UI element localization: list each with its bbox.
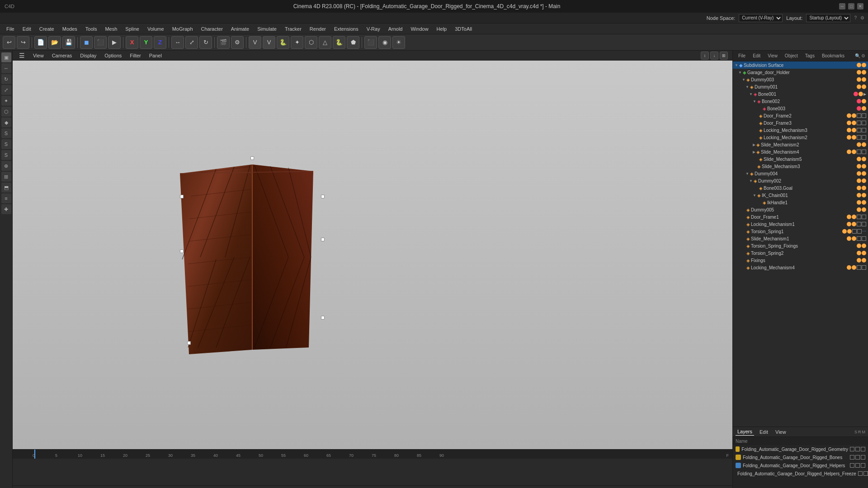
menu-file[interactable]: File	[3, 25, 18, 33]
obj-torsion-fixings[interactable]: ◈ Torsion_Spring_Fixings	[733, 242, 868, 249]
rotate-tool-btn[interactable]: ↻	[199, 36, 212, 49]
obj-slide-mech4[interactable]: ▶ ◈ Slide_Mechanism4	[733, 148, 868, 155]
menu-help[interactable]: Help	[433, 25, 451, 33]
left-tool-5[interactable]: S	[1, 139, 11, 149]
plugin-icon-6[interactable]: ⬟	[347, 36, 359, 49]
close-btn[interactable]: ✕	[857, 3, 863, 9]
z-axis-btn[interactable]: Z	[154, 36, 166, 49]
right-tags-menu[interactable]: Tags	[802, 52, 817, 59]
left-tool-6[interactable]: S	[1, 150, 11, 160]
window-controls[interactable]: ─ □ ✕	[839, 3, 863, 9]
obj-fixings[interactable]: ◈ Fixings	[733, 257, 868, 264]
obj-locking-mech3[interactable]: ◈ Locking_Mechanism3	[733, 127, 868, 134]
model-mode-btn[interactable]: ◼	[80, 36, 93, 49]
save-btn[interactable]: 💾	[62, 36, 75, 49]
left-scale-btn[interactable]: ⤢	[1, 85, 11, 95]
obj-ik-handle1[interactable]: ◈ IkHandle1	[733, 199, 868, 206]
edit-tab[interactable]: Edit	[758, 428, 770, 436]
obj-torsion-spring2[interactable]: ◈ Torsion_Spring2	[733, 249, 868, 257]
obj-slide-mech3[interactable]: ◈ Slide_Mechanism3	[733, 163, 868, 170]
vp-menu-view[interactable]: View	[29, 52, 47, 59]
vp-nav-2[interactable]: ↓	[710, 52, 718, 60]
left-tool-2[interactable]: ⬡	[1, 107, 11, 117]
menu-tools[interactable]: Tools	[82, 25, 101, 33]
menu-mesh[interactable]: Mesh	[101, 25, 121, 33]
menu-render[interactable]: Render	[306, 25, 330, 33]
vp-nav-3[interactable]: ⊞	[720, 52, 728, 60]
view-tab[interactable]: View	[774, 428, 788, 436]
menu-tracker[interactable]: Tracker	[281, 25, 305, 33]
obj-dummy001[interactable]: ▼ ◈ Dummy001	[733, 83, 868, 90]
right-bookmarks-menu[interactable]: Bookmarks	[819, 52, 847, 59]
vp-menu-display[interactable]: Display	[76, 52, 100, 59]
obj-locking-mech2[interactable]: ◈ Locking_Mechanism2	[733, 134, 868, 141]
layout-select[interactable]: Startup (Layout)	[806, 14, 850, 22]
menu-3dtoall[interactable]: 3DToAll	[451, 25, 476, 33]
menu-extensions[interactable]: Extensions	[330, 25, 362, 33]
scale-tool-btn[interactable]: ⤢	[185, 36, 198, 49]
obj-locking-mech1[interactable]: ◈ Locking_Mechanism1	[733, 221, 868, 228]
right-file-menu[interactable]: File	[736, 52, 748, 59]
expand-arrow-4[interactable]: ▼	[749, 92, 753, 96]
left-tool-8[interactable]: ⊞	[1, 172, 11, 182]
expand-arrow-1[interactable]: ▼	[738, 70, 742, 75]
viewport-3d[interactable]	[13, 61, 732, 449]
menu-vray[interactable]: V-Ray	[363, 25, 384, 33]
menu-arnold[interactable]: Arnold	[385, 25, 406, 33]
expand-arrow-slide4[interactable]: ▶	[753, 150, 755, 154]
plugin-icon-1[interactable]: 🐍	[277, 36, 289, 49]
display-btn-2[interactable]: ◉	[378, 36, 391, 49]
plugin-icon-2[interactable]: ✦	[291, 36, 303, 49]
obj-dummy002[interactable]: ▼ ◈ Dummy002	[733, 177, 868, 184]
expand-arrow-2[interactable]: ▼	[742, 78, 745, 82]
left-move-btn[interactable]: ↔	[1, 63, 11, 73]
obj-door-frame1[interactable]: ◈ Door_Frame1	[733, 213, 868, 221]
menu-animate[interactable]: Animate	[227, 25, 253, 33]
obj-slide-mech5[interactable]: ◈ Slide_Mechanism5	[733, 155, 868, 163]
expand-arrow[interactable]: ▼	[735, 63, 738, 67]
left-tool-10[interactable]: ≡	[1, 193, 11, 203]
vp-menu-options[interactable]: Options	[101, 52, 125, 59]
move-tool-btn[interactable]: ↔	[171, 36, 184, 49]
display-btn-3[interactable]: ☀	[392, 36, 405, 49]
texture-mode-btn[interactable]: ⬛	[94, 36, 107, 49]
layer-geometry[interactable]: Folding_Automatic_Garage_Door_Rigged_Geo…	[733, 445, 868, 453]
obj-subdivision-surface[interactable]: ▼ ◆ Subdivision Surface	[733, 61, 868, 69]
node-space-select[interactable]: Current (V-Ray)	[739, 14, 783, 22]
menu-spline[interactable]: Spline	[122, 25, 143, 33]
menu-mograph[interactable]: MoGraph	[169, 25, 197, 33]
undo-btn[interactable]: ↩	[3, 36, 15, 49]
obj-ik-chain001[interactable]: ▼ ◈ IK_Chain001	[733, 192, 868, 199]
layers-tab[interactable]: Layers	[736, 428, 754, 436]
obj-bone002[interactable]: ▼ ◈ Bone002	[733, 98, 868, 105]
animate-mode-btn[interactable]: ▶	[108, 36, 121, 49]
obj-bone001[interactable]: ▼ ◈ Bone001 ▶	[733, 90, 868, 98]
vp-menu-hamburger[interactable]: ☰	[15, 51, 28, 60]
obj-bone003[interactable]: ◈ Bone003	[733, 105, 868, 112]
obj-door-frame3[interactable]: ◈ Door_Frame3	[733, 119, 868, 127]
left-tool-7[interactable]: ⊕	[1, 161, 11, 171]
minimize-btn[interactable]: ─	[839, 3, 845, 9]
expand-dummy004[interactable]: ▼	[745, 172, 749, 176]
menu-character[interactable]: Character	[198, 25, 226, 33]
obj-locking-mech4[interactable]: ◈ Locking_Mechanism4	[733, 264, 868, 271]
layer-helpers-freeze[interactable]: Folding_Automatic_Garage_Door_Rigged_Hel…	[733, 469, 868, 478]
vp-nav-1[interactable]: ↕	[701, 52, 709, 60]
new-btn[interactable]: 📄	[34, 36, 47, 49]
menu-volume[interactable]: Volume	[144, 25, 168, 33]
left-rotate-btn[interactable]: ↻	[1, 74, 11, 84]
obj-dummy003[interactable]: ▼ ◈ Dummy003	[733, 76, 868, 83]
expand-ik[interactable]: ▼	[753, 193, 756, 197]
plugin-icon-4[interactable]: △	[319, 36, 331, 49]
vp-menu-panel[interactable]: Panel	[146, 52, 165, 59]
menu-modes[interactable]: Modes	[59, 25, 81, 33]
vp-menu-filter[interactable]: Filter	[126, 52, 144, 59]
render-btn[interactable]: 🎬	[217, 36, 230, 49]
menu-window[interactable]: Window	[407, 25, 432, 33]
obj-bone003-goal[interactable]: ◈ Bone003.Goal	[733, 184, 868, 192]
right-view-menu[interactable]: View	[765, 52, 780, 59]
maximize-btn[interactable]: □	[848, 3, 854, 9]
expand-arrow-5[interactable]: ▼	[753, 99, 756, 103]
left-tool-4[interactable]: S	[1, 128, 11, 138]
menu-edit[interactable]: Edit	[19, 25, 35, 33]
